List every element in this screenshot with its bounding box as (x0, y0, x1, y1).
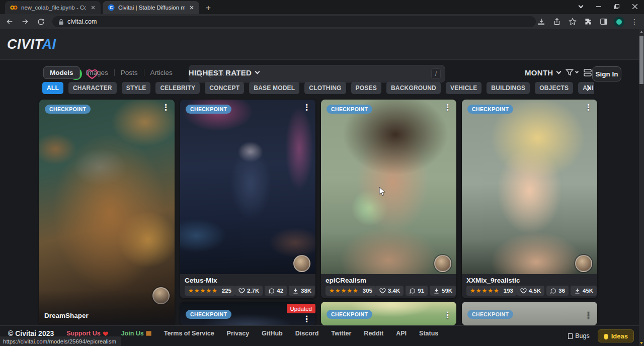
browser-tab-civitai[interactable]: C Civitai | Stable Diffusion models, (103, 1, 199, 14)
api-link[interactable]: API (396, 330, 407, 337)
model-name: Cetus-Mix (185, 277, 311, 284)
card-menu-icon[interactable]: ⋮ (162, 103, 170, 112)
reload-icon[interactable] (35, 15, 47, 28)
creator-avatar[interactable] (434, 255, 451, 272)
model-card-dreamshaper[interactable]: CHECKPOINT ⋮ DreamShaper (39, 100, 175, 325)
tab-articles[interactable]: Articles (144, 66, 179, 79)
back-icon[interactable] (3, 15, 16, 28)
new-tab-button[interactable]: + (202, 2, 214, 14)
twitter-link[interactable]: Twitter (331, 330, 351, 337)
feed-right-controls: MONTH (525, 66, 592, 79)
svg-text:C: C (110, 5, 113, 10)
privacy-link[interactable]: Privacy (227, 330, 249, 337)
url-text: civitai.com (67, 18, 97, 25)
model-card-partial[interactable]: CHECKPOINT ⋮ (321, 302, 456, 325)
card-menu-icon[interactable]: ⋮ (443, 311, 452, 319)
category-pill-poses[interactable]: POSES (351, 82, 381, 94)
period-dropdown[interactable]: MONTH (525, 68, 560, 77)
ideas-button[interactable]: Ideas (598, 329, 634, 342)
creator-avatar[interactable] (575, 255, 592, 272)
tab-search-chevron-icon[interactable] (572, 0, 590, 13)
pills-scroll-right-icon[interactable] (586, 83, 590, 92)
card-menu-icon[interactable]: ⋮ (302, 103, 311, 112)
likes-pill: 3.4K (376, 286, 404, 296)
reddit-link[interactable]: Reddit (364, 330, 383, 337)
download-icon (433, 288, 440, 294)
rating-count: 193 (504, 288, 513, 294)
tab-title: Civitai | Stable Diffusion models, (118, 5, 185, 11)
extensions-puzzle-icon[interactable] (583, 16, 594, 27)
sort-dropdown[interactable]: HIGHEST RATED (189, 68, 259, 77)
discord-link[interactable]: Discord (295, 330, 319, 337)
tab-images[interactable]: Images (80, 66, 114, 79)
lightbulb-icon (604, 334, 608, 338)
browser-tab-colab[interactable]: new_colab_file.ipynb - Colaborat (5, 1, 101, 14)
category-pill-style[interactable]: STYLE (122, 82, 151, 94)
model-card-partial[interactable]: Updated CHECKPOINT ⋮ (180, 302, 315, 325)
github-link[interactable]: GitHub (262, 330, 283, 337)
sort-label: HIGHEST RATED (189, 68, 252, 77)
likes-count: 3.4K (388, 288, 400, 294)
category-pill-character[interactable]: CHARACTER (68, 82, 117, 94)
category-pill-vehicle[interactable]: VEHICLE (446, 82, 481, 94)
side-panel-icon[interactable] (598, 16, 609, 27)
close-button[interactable] (626, 0, 644, 13)
civitai-logo[interactable]: CIVITAI (7, 37, 56, 52)
category-pill-concept[interactable]: CONCEPT (205, 82, 244, 94)
scroll-up-arrow-icon[interactable] (640, 31, 643, 33)
rating-pill: ★★★★★225 (185, 286, 235, 296)
minimize-button[interactable] (590, 0, 608, 13)
scrollbar-thumb[interactable] (639, 36, 643, 84)
profile-avatar[interactable] (614, 17, 624, 27)
heart-icon (520, 288, 527, 294)
bugs-link[interactable]: Bugs (568, 332, 590, 339)
tab-models[interactable]: Models (43, 66, 80, 79)
status-link[interactable]: Status (419, 330, 438, 337)
model-card-xxmix9realistic[interactable]: CHECKPOINT ⋮ XXMix_9realistic ★★★★★193 4… (462, 100, 597, 298)
download-icon (292, 288, 299, 294)
model-card-cetus-mix[interactable]: CHECKPOINT ⋮ Cetus-Mix ★★★★★225 2.7K 42 … (180, 100, 315, 298)
card-layout-toggle-icon[interactable] (583, 68, 592, 77)
model-card-epicrealism[interactable]: CHECKPOINT ⋮ epiCRealism ★★★★★305 3.4K 9… (321, 100, 456, 298)
bookmark-star-icon[interactable] (567, 16, 578, 27)
model-name: DreamShaper (44, 312, 89, 319)
card-menu-icon[interactable]: ⋮ (443, 103, 452, 112)
share-icon[interactable] (551, 16, 562, 27)
card-menu-icon[interactable]: ⋮ (302, 315, 311, 323)
category-pill-background[interactable]: BACKGROUND (386, 82, 441, 94)
creator-avatar[interactable] (293, 255, 310, 272)
filter-dropdown[interactable] (566, 69, 578, 76)
download-icon[interactable] (536, 16, 547, 27)
category-pill-celebrity[interactable]: CELEBRITY (155, 82, 200, 94)
tab-close-icon[interactable] (90, 4, 97, 11)
browser-menu-icon[interactable]: ⋮ (629, 16, 640, 27)
join-us-link[interactable]: Join Us (121, 330, 151, 337)
support-us-link[interactable]: Support Us (66, 330, 108, 337)
colab-favicon (10, 5, 18, 11)
sign-in-button[interactable]: Sign In (592, 66, 621, 81)
category-pill-base-model[interactable]: BASE MODEL (249, 82, 299, 94)
category-pill-objects[interactable]: OBJECTS (535, 82, 573, 94)
category-pill-all[interactable]: ALL (42, 82, 63, 94)
tab-close-icon[interactable] (188, 4, 195, 11)
comment-icon (550, 288, 556, 294)
card-menu-icon[interactable]: ⋮ (584, 311, 593, 319)
chevron-down-icon (556, 69, 561, 74)
comments-pill: 42 (265, 286, 287, 296)
card-menu-icon[interactable]: ⋮ (584, 103, 593, 112)
forward-icon[interactable] (19, 15, 31, 28)
maximize-button[interactable] (608, 0, 626, 13)
category-pill-clothing[interactable]: CLOTHING (304, 82, 346, 94)
terms-link[interactable]: Terms of Service (164, 330, 214, 337)
model-card-partial[interactable]: CHECKPOINT ⋮ (462, 302, 597, 325)
category-pill-buildings[interactable]: BUILDINGS (487, 82, 530, 94)
heart-icon (238, 288, 245, 294)
tab-posts[interactable]: Posts (115, 66, 144, 79)
scroll-down-arrow-icon[interactable] (640, 342, 643, 344)
address-bar[interactable]: civitai.com (52, 16, 536, 27)
period-label: MONTH (525, 68, 553, 77)
model-preview-image (462, 100, 597, 274)
page-scrollbar[interactable] (639, 29, 644, 346)
comment-icon (409, 288, 416, 294)
mouse-cursor (379, 187, 386, 197)
